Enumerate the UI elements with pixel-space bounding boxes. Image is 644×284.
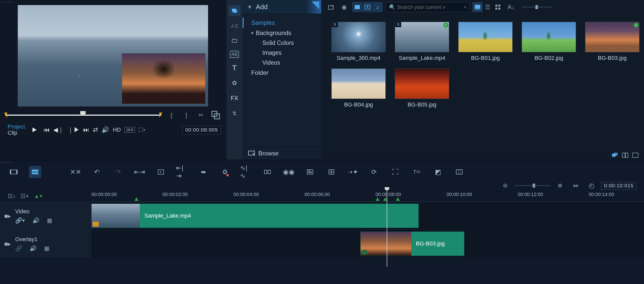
overlay-clip[interactable]: BG-B03.jpg bbox=[360, 232, 464, 256]
video-clip[interactable]: Sample_Lake.mp4 bbox=[91, 204, 419, 228]
crop-button[interactable]: ⛶ bbox=[389, 166, 401, 178]
hd-toggle[interactable]: HD bbox=[113, 127, 121, 133]
motion-path-tab[interactable]: ↯ bbox=[228, 108, 241, 119]
video-track-icon[interactable]: ■▸ bbox=[0, 202, 15, 230]
markers-button[interactable]: ▲▾ bbox=[34, 193, 42, 200]
tree-backgrounds[interactable]: ▾Backgrounds bbox=[243, 28, 321, 38]
go-end-button[interactable]: ⏭ bbox=[83, 126, 89, 133]
show-both-button[interactable] bbox=[631, 152, 639, 159]
split-screen-button[interactable] bbox=[453, 166, 465, 178]
playback-mode-toggle[interactable]: Project Clip bbox=[8, 124, 25, 136]
track-mute-button[interactable]: 🔊 bbox=[32, 217, 39, 224]
play-button[interactable] bbox=[28, 124, 40, 136]
add-button[interactable]: + Add bbox=[243, 0, 321, 14]
overlay-track-icon[interactable]: ■▸ bbox=[0, 230, 15, 258]
import-folder-button[interactable] bbox=[326, 2, 336, 12]
record-button[interactable]: ⚙ bbox=[219, 166, 231, 178]
undo-button[interactable]: ↶ bbox=[91, 166, 103, 178]
pin-icon[interactable] bbox=[312, 2, 319, 9]
titles-tab[interactable]: AB bbox=[230, 51, 239, 58]
track-transparency-button[interactable]: ◉◉ bbox=[283, 166, 295, 178]
track-disable-button[interactable]: ▦ bbox=[44, 245, 49, 252]
tree-solid-colors[interactable]: Solid Colors bbox=[243, 38, 321, 48]
track-manager-button[interactable]: ☷↕ bbox=[8, 193, 15, 200]
timeline-view-button[interactable] bbox=[29, 166, 41, 178]
scrub-playhead[interactable] bbox=[80, 111, 86, 116]
filter-photo-button[interactable] bbox=[362, 2, 372, 12]
filter-video-button[interactable] bbox=[352, 2, 362, 12]
text-tab[interactable]: T bbox=[228, 62, 241, 73]
snapshot-button[interactable] bbox=[211, 110, 221, 120]
add-track-button[interactable]: ☷+ bbox=[21, 193, 29, 200]
track-mute-button[interactable]: 🔊 bbox=[30, 245, 37, 252]
scrub-track[interactable] bbox=[5, 115, 161, 116]
track-link-button[interactable]: 🔗 bbox=[15, 245, 22, 252]
thumb-zoom-slider[interactable] bbox=[522, 7, 552, 8]
3d-title-button[interactable]: T3D bbox=[411, 166, 423, 178]
chapter-marker[interactable] bbox=[396, 197, 400, 201]
view-list-button[interactable]: ☰ bbox=[483, 2, 493, 12]
media-tab[interactable] bbox=[228, 5, 241, 16]
fit-window-button[interactable]: ⇤⇥ bbox=[133, 166, 146, 178]
overlays-tab[interactable]: ✿ bbox=[228, 78, 241, 88]
media-item[interactable]: BG-B05.jpg bbox=[395, 68, 449, 108]
search-box[interactable]: 🔍 × bbox=[386, 2, 469, 12]
media-item[interactable]: BG-B02.jpg bbox=[522, 22, 576, 61]
clear-search-button[interactable]: × bbox=[464, 4, 467, 10]
browse-button[interactable]: Browse bbox=[243, 147, 321, 160]
mark-out-handle[interactable] bbox=[159, 113, 162, 118]
track-disable-button[interactable]: ▦ bbox=[47, 217, 52, 224]
timeline-playhead[interactable] bbox=[387, 191, 387, 267]
multi-trim-button[interactable] bbox=[261, 166, 274, 178]
media-item[interactable]: BG-B04.jpg bbox=[331, 68, 386, 108]
tree-images[interactable]: Images bbox=[243, 48, 321, 58]
settings-button[interactable]: ✕✕ bbox=[70, 166, 82, 178]
panel-drag-handle[interactable]: •••••••• bbox=[2, 1, 13, 3]
go-start-button[interactable]: ⏮ bbox=[44, 126, 50, 133]
motion-tracking-button[interactable]: ➝✦ bbox=[347, 166, 359, 178]
redo-button[interactable]: ↷ bbox=[112, 166, 124, 178]
storyboard-view-button[interactable] bbox=[8, 166, 20, 178]
zoom-out-button[interactable]: ⊖ bbox=[499, 180, 511, 192]
sort-button[interactable]: A↓ bbox=[506, 2, 516, 12]
show-options-button[interactable] bbox=[621, 152, 629, 159]
fx-tab[interactable]: FX bbox=[228, 93, 241, 103]
fit-project-button[interactable]: ⇔ bbox=[570, 180, 582, 192]
mark-out-button[interactable]: ] bbox=[181, 110, 191, 120]
zoom-in-button[interactable]: ⊕ bbox=[554, 180, 566, 192]
media-item[interactable]: BG-B01.jpg bbox=[458, 22, 513, 61]
tree-folder[interactable]: Folder bbox=[243, 68, 321, 78]
chapter-marker[interactable] bbox=[134, 197, 139, 201]
next-frame-button[interactable]: ｜▶ bbox=[67, 126, 80, 134]
mask-creator-button[interactable]: ◩ bbox=[432, 166, 444, 178]
media-item[interactable]: ☰ Sample_360.mp4 bbox=[331, 22, 386, 61]
mark-in-handle[interactable] bbox=[4, 113, 7, 118]
preview-monitor[interactable] bbox=[18, 5, 208, 106]
media-item[interactable]: ✓ BG-B03.jpg bbox=[585, 22, 639, 61]
timeline-ruler[interactable]: 00:00:00:0000:00:02:0000:00:04:0000:00:0… bbox=[91, 191, 644, 202]
chapter-marker[interactable] bbox=[376, 197, 380, 201]
tree-videos[interactable]: Videos bbox=[243, 58, 321, 68]
repeat-button[interactable]: ⇄ bbox=[93, 126, 98, 133]
preview-timecode[interactable]: 00:00:08:009 bbox=[182, 126, 221, 134]
view-grid-button[interactable] bbox=[493, 2, 503, 12]
panel-drag-handle[interactable]: •••••••• bbox=[2, 161, 13, 164]
audio-mixer-button[interactable]: ∿|∿ bbox=[240, 166, 252, 178]
filter-audio-button[interactable]: ♪ bbox=[372, 2, 383, 12]
transitions-tab[interactable] bbox=[228, 36, 241, 46]
resize-options-button[interactable]: ⛶▾ bbox=[139, 127, 145, 133]
track-link-button[interactable]: 🔗▾ bbox=[15, 217, 25, 224]
aspect-ratio-button[interactable]: 16:9 bbox=[124, 127, 135, 133]
subtitle-button[interactable] bbox=[304, 166, 316, 178]
pan-zoom-button[interactable] bbox=[155, 166, 167, 178]
grid-button[interactable] bbox=[325, 166, 337, 178]
audio-tab[interactable]: ♪♫ bbox=[228, 20, 241, 31]
capture-button[interactable]: ◉ bbox=[339, 2, 349, 12]
timeline-timecode[interactable]: 0:00:10:015 bbox=[601, 182, 636, 190]
media-item[interactable]: ☰ ✓ Sample_Lake.mp4 bbox=[395, 22, 449, 61]
rotate-button[interactable]: ⟳ bbox=[368, 166, 380, 178]
mark-in-button[interactable]: [ bbox=[166, 110, 177, 120]
timeline-zoom-slider[interactable] bbox=[515, 185, 550, 186]
show-library-button[interactable] bbox=[611, 152, 619, 159]
slide-button[interactable]: ⬌ bbox=[197, 166, 210, 178]
